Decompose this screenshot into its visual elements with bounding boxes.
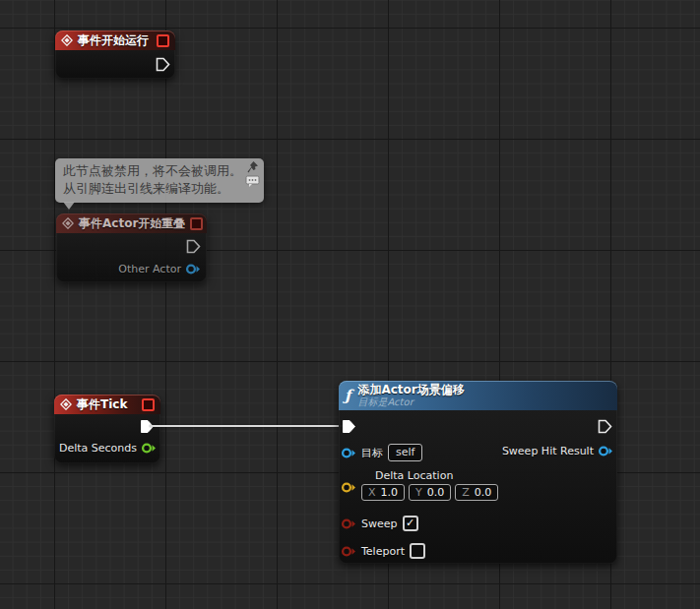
sweep-hit-result-pin-label: Sweep Hit Result <box>502 445 594 457</box>
event-diamond-icon <box>61 34 73 46</box>
x-value: 1.0 <box>381 486 399 499</box>
node-event-beginplay[interactable]: 事件开始运行 <box>55 30 175 79</box>
node-add-actor-world-offset-header[interactable]: ƒ 添加Actor场景偏移 目标是Actor <box>339 381 617 410</box>
comment-bubble-icon[interactable] <box>245 175 260 188</box>
other-actor-object-pin[interactable] <box>185 263 201 275</box>
node-event-beginplay-header[interactable]: 事件开始运行 <box>55 30 175 50</box>
event-marker-icon <box>157 34 169 47</box>
x-axis-label: X <box>368 486 376 499</box>
exec-wire[interactable] <box>150 425 343 427</box>
tooltip-tail <box>63 202 75 210</box>
sweep-hit-result-object-pin[interactable] <box>598 445 613 457</box>
delta-location-y-input[interactable]: Y 0.0 <box>409 484 451 501</box>
node-title: 事件Tick <box>77 396 127 413</box>
node-event-tick[interactable]: 事件Tick Delta Seconds <box>54 395 160 463</box>
node-add-actor-world-offset[interactable]: ƒ 添加Actor场景偏移 目标是Actor 目标 self Sweep Hit… <box>339 381 617 564</box>
z-axis-label: Z <box>462 486 470 499</box>
exec-output-pin[interactable] <box>598 419 612 434</box>
delta-location-vector-pin[interactable] <box>341 481 356 494</box>
pushpin-icon[interactable] <box>246 160 259 174</box>
blueprint-graph-canvas[interactable]: 事件开始运行 此节点被禁用，将不会被调用。 从引脚连出引线来编译功能。 事件Ac… <box>0 0 700 609</box>
y-axis-label: Y <box>415 486 422 499</box>
teleport-pin-label: Teleport <box>361 545 405 558</box>
node-title: 事件开始运行 <box>78 32 149 49</box>
tooltip-line-1: 此节点被禁用，将不会被调用。 <box>63 162 256 180</box>
z-value: 0.0 <box>475 486 492 499</box>
sweep-pin-label: Sweep <box>361 518 398 530</box>
delta-location-z-input[interactable]: Z 0.0 <box>455 484 498 501</box>
sweep-bool-pin[interactable] <box>341 518 356 530</box>
node-title: 添加Actor场景偏移 <box>357 384 464 396</box>
delta-seconds-float-pin[interactable] <box>141 442 157 455</box>
teleport-bool-pin[interactable] <box>341 545 356 558</box>
node-event-actorbeginoverlap[interactable]: 事件Actor开始重叠 Other Actor <box>56 213 207 282</box>
event-diamond-icon <box>62 217 74 229</box>
target-self-value[interactable]: self <box>388 444 422 461</box>
exec-output-pin[interactable] <box>156 57 170 72</box>
y-value: 0.0 <box>427 486 445 499</box>
node-title: 事件Actor开始重叠 <box>79 215 185 232</box>
delta-location-pin-label: Delta Location <box>375 469 453 482</box>
disabled-node-tooltip: 此节点被禁用，将不会被调用。 从引脚连出引线来编译功能。 <box>55 158 264 203</box>
target-object-pin[interactable] <box>341 447 356 459</box>
teleport-checkbox-unchecked[interactable] <box>410 543 425 559</box>
delta-seconds-pin-label: Delta Seconds <box>59 442 137 455</box>
exec-output-pin[interactable] <box>186 239 201 254</box>
exec-input-pin-connected[interactable] <box>342 419 356 434</box>
other-actor-pin-label: Other Actor <box>118 263 181 275</box>
sweep-checkbox-checked[interactable]: ✓ <box>403 516 418 531</box>
event-marker-icon <box>142 398 155 411</box>
event-marker-icon <box>190 217 203 230</box>
delta-location-x-input[interactable]: X 1.0 <box>361 484 405 501</box>
node-event-actorbeginoverlap-header[interactable]: 事件Actor开始重叠 <box>56 213 207 233</box>
tooltip-line-2: 从引脚连出引线来编译功能。 <box>63 180 256 198</box>
event-diamond-icon <box>60 398 72 410</box>
function-icon: ƒ <box>345 389 350 403</box>
node-event-tick-header[interactable]: 事件Tick <box>54 395 160 414</box>
target-pin-label: 目标 <box>361 446 383 460</box>
node-subtitle: 目标是Actor <box>357 396 464 407</box>
